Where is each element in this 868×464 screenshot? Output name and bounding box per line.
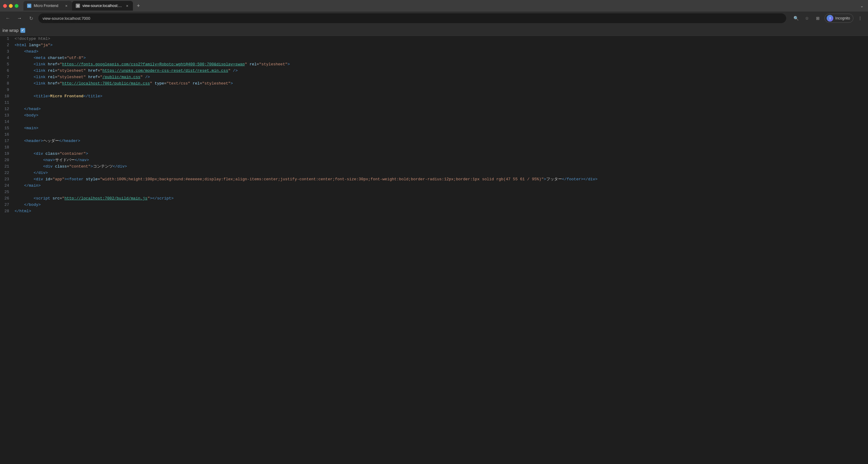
source-line-10: 10 <title>Micro Frontend</title> — [0, 93, 868, 100]
back-button[interactable]: ← — [4, 14, 12, 23]
incognito-label: Incognito — [835, 16, 850, 20]
source-line-3: 3 <head> — [0, 49, 868, 55]
line-content-4: <meta charset="utf-8"> — [12, 55, 88, 61]
line-content-28: </html> — [12, 208, 34, 215]
avatar: I — [827, 15, 833, 22]
linewrap-label: ine wrap — [2, 28, 19, 33]
line-content-24: </main> — [12, 183, 43, 189]
line-content-27: </body> — [12, 202, 43, 208]
source-line-18: 18 — [0, 145, 868, 151]
tab-title-2: view-source:localhost:7000 — [83, 4, 123, 8]
line-content-5: <link href="https://fonts.googleapis.com… — [12, 61, 292, 68]
line-num-22: 22 — [0, 170, 12, 176]
source-line-15: 15 <main> — [0, 125, 868, 132]
source-line-25: 25 — [0, 189, 868, 195]
linewrap-bar: ine wrap — [0, 25, 868, 36]
layout-icon[interactable]: ⊞ — [813, 14, 822, 23]
line-num-7: 7 — [0, 74, 12, 81]
line-content-22: </div> — [12, 170, 50, 176]
line-num-17: 17 — [0, 138, 12, 145]
search-icon[interactable]: 🔍 — [792, 14, 800, 23]
line-content-20: <nav>サイドバー</nav> — [12, 157, 91, 163]
address-bar[interactable]: view-source:localhost:7000 — [38, 13, 786, 23]
line-content-13: <body> — [12, 113, 41, 119]
bookmark-icon[interactable]: ☆ — [803, 14, 811, 23]
tab-favicon-1: M — [27, 4, 31, 8]
line-num-18: 18 — [0, 145, 12, 151]
line-num-25: 25 — [0, 189, 12, 195]
line-num-21: 21 — [0, 163, 12, 170]
tab-bar: M Micro Frontend ✕ ⊕ view-source:localho… — [23, 1, 865, 11]
source-line-14: 14 — [0, 119, 868, 125]
line-num-9: 9 — [0, 87, 12, 93]
line-content-11 — [12, 100, 17, 106]
menu-icon[interactable]: ⋮ — [856, 14, 864, 23]
line-content-2: <html lang="ja"> — [12, 42, 55, 49]
source-line-24: 24 </main> — [0, 183, 868, 189]
line-num-19: 19 — [0, 151, 12, 157]
source-view[interactable]: 1 <!doctype html> 2 <html lang="ja"> 3 <… — [0, 36, 868, 464]
source-line-17: 17 <header>ヘッダー</header> — [0, 138, 868, 145]
tab-title-1: Micro Frontend — [34, 4, 62, 8]
tab-expand-button[interactable]: ⌄ — [859, 2, 865, 9]
line-num-26: 26 — [0, 195, 12, 202]
line-num-3: 3 — [0, 49, 12, 55]
tab-close-1[interactable]: ✕ — [64, 4, 68, 8]
close-button[interactable] — [3, 4, 7, 8]
line-num-6: 6 — [0, 68, 12, 74]
maximize-button[interactable] — [14, 4, 19, 8]
line-num-8: 8 — [0, 81, 12, 87]
source-line-4: 4 <meta charset="utf-8"> — [0, 55, 868, 61]
line-num-14: 14 — [0, 119, 12, 125]
linewrap-checkbox[interactable] — [20, 28, 25, 33]
tab-close-2[interactable]: ✕ — [125, 4, 129, 8]
source-line-8: 8 <link href="http://localhost:7001/publ… — [0, 81, 868, 87]
line-num-2: 2 — [0, 42, 12, 49]
source-line-21: 21 <div class="content">コンテンツ</div> — [0, 163, 868, 170]
line-content-14 — [12, 119, 17, 125]
new-tab-button[interactable]: + — [134, 2, 143, 10]
line-content-3: <head> — [12, 49, 41, 55]
line-num-24: 24 — [0, 183, 12, 189]
source-line-13: 13 <body> — [0, 113, 868, 119]
tab-micro-frontend[interactable]: M Micro Frontend ✕ — [23, 1, 72, 11]
forward-button[interactable]: → — [15, 14, 24, 23]
line-content-10: <title>Micro Frontend</title> — [12, 93, 105, 100]
profile-button[interactable]: I Incognito — [825, 14, 854, 23]
source-line-12: 12 </head> — [0, 106, 868, 113]
source-line-19: 19 <div class="container"> — [0, 151, 868, 157]
browser-chrome: M Micro Frontend ✕ ⊕ view-source:localho… — [0, 0, 868, 11]
minimize-button[interactable] — [9, 4, 13, 8]
line-content-15: <main> — [12, 125, 41, 132]
source-line-9: 9 — [0, 87, 868, 93]
refresh-button[interactable]: ↻ — [27, 14, 35, 23]
line-content-9 — [12, 87, 17, 93]
line-num-23: 23 — [0, 176, 12, 183]
source-line-7: 7 <link rel="stylesheet" href="/public/m… — [0, 74, 868, 81]
source-line-11: 11 — [0, 100, 868, 106]
line-content-8: <link href="http://localhost:7001/public… — [12, 81, 236, 87]
line-content-6: <link rel="stylesheet" href="https://unp… — [12, 68, 240, 74]
line-num-16: 16 — [0, 132, 12, 138]
tab-view-source[interactable]: ⊕ view-source:localhost:7000 ✕ — [72, 1, 133, 11]
line-content-21: <div class="content">コンテンツ</div> — [12, 163, 129, 170]
line-num-5: 5 — [0, 61, 12, 68]
address-text: view-source:localhost:7000 — [42, 16, 782, 21]
source-line-1: 1 <!doctype html> — [0, 36, 868, 42]
source-line-22: 22 </div> — [0, 170, 868, 176]
line-content-17: <header>ヘッダー</header> — [12, 138, 83, 145]
source-line-20: 20 <nav>サイドバー</nav> — [0, 157, 868, 163]
line-num-20: 20 — [0, 157, 12, 163]
line-content-23: <div id="app"><footer style="width:100%;… — [12, 176, 600, 183]
source-line-6: 6 <link rel="stylesheet" href="https://u… — [0, 68, 868, 74]
line-content-12: </head> — [12, 106, 43, 113]
source-line-2: 2 <html lang="ja"> — [0, 42, 868, 49]
source-line-28: 28 </html> — [0, 208, 868, 215]
source-line-16: 16 — [0, 132, 868, 138]
source-line-5: 5 <link href="https://fonts.googleapis.c… — [0, 61, 868, 68]
traffic-lights — [3, 4, 19, 8]
line-content-26: <script src="http://localhost:7002/build… — [12, 195, 176, 202]
line-num-10: 10 — [0, 93, 12, 100]
line-content-19: <div class="container"> — [12, 151, 91, 157]
line-num-12: 12 — [0, 106, 12, 113]
